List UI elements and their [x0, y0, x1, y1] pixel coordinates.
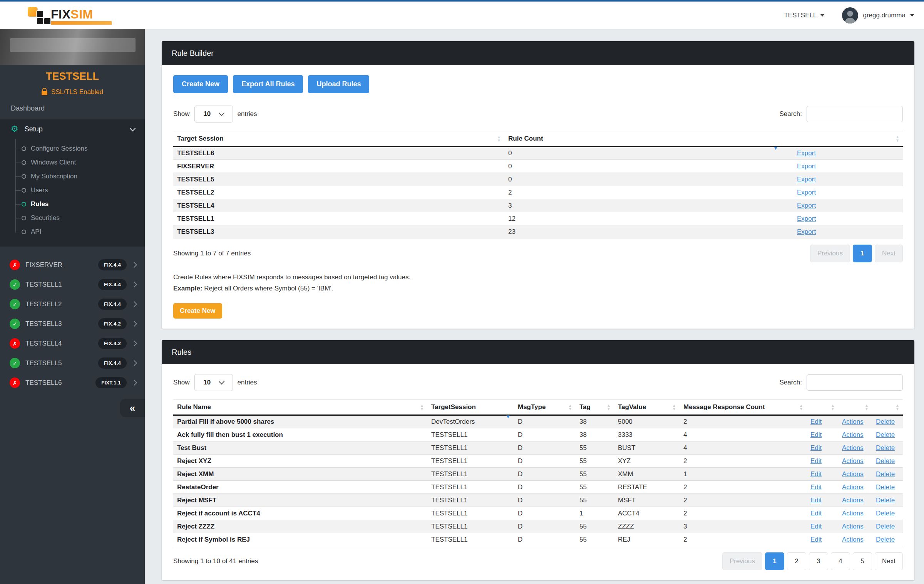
column-header-msgtype[interactable]: MsgType▲▼ — [514, 400, 576, 415]
sidebar-item-my-subscription[interactable]: My Subscription — [0, 169, 145, 183]
column-header-blank[interactable]: ▲▼ — [838, 400, 872, 415]
page-button-4[interactable]: 4 — [831, 552, 850, 570]
cell-action: Actions — [838, 455, 872, 468]
user-dropdown[interactable]: gregg.drumma — [842, 7, 914, 23]
page-button-3[interactable]: 3 — [809, 552, 828, 570]
page-button-5[interactable]: 5 — [853, 552, 872, 570]
chevron-right-icon[interactable] — [131, 321, 137, 327]
session-item-testsell2[interactable]: ✓TESTSELL2FIX.4.4 — [0, 294, 145, 314]
column-header-rule-name[interactable]: Rule Name▲▼ — [173, 400, 427, 415]
edit-link[interactable]: Edit — [810, 523, 822, 530]
actions-link[interactable]: Actions — [842, 457, 864, 465]
sidebar-item-api[interactable]: API — [0, 225, 145, 239]
page-size-select[interactable]: 10 — [194, 374, 233, 391]
page-size-select[interactable]: 10 — [194, 106, 233, 123]
chevron-right-icon[interactable] — [131, 360, 137, 366]
edit-link[interactable]: Edit — [810, 510, 822, 517]
actions-link[interactable]: Actions — [842, 510, 864, 517]
column-header-blank[interactable]: ▲▼ — [872, 400, 903, 415]
delete-link[interactable]: Delete — [876, 418, 895, 425]
edit-link[interactable]: Edit — [810, 418, 822, 425]
actions-link[interactable]: Actions — [842, 470, 864, 478]
actions-link[interactable]: Actions — [842, 483, 864, 491]
export-link[interactable]: Export — [797, 163, 816, 170]
chevron-right-icon[interactable] — [131, 341, 137, 347]
export-link[interactable]: Export — [797, 215, 816, 222]
next-page-button[interactable]: Next — [875, 245, 903, 262]
rules-table: Rule Name▲▼TargetSession▼MsgType▲▼Tag▲▼T… — [173, 399, 903, 546]
session-item-testsell4[interactable]: ✗TESTSELL4FIX.4.2 — [0, 334, 145, 353]
actions-link[interactable]: Actions — [842, 497, 864, 504]
page-button-2[interactable]: 2 — [787, 552, 806, 570]
cell-msgtype: D — [514, 533, 576, 546]
delete-link[interactable]: Delete — [876, 536, 895, 543]
export-all-rules-button[interactable]: Export All Rules — [233, 75, 303, 93]
session-item-testsell3[interactable]: ✓TESTSELL3FIX.4.2 — [0, 314, 145, 334]
actions-link[interactable]: Actions — [842, 536, 864, 543]
rules-title: Rules — [172, 348, 191, 357]
actions-link[interactable]: Actions — [842, 431, 864, 438]
chevron-right-icon[interactable] — [131, 301, 137, 307]
upload-rules-button[interactable]: Upload Rules — [308, 75, 369, 93]
page-button-1[interactable]: 1 — [765, 552, 784, 570]
delete-link[interactable]: Delete — [876, 523, 895, 530]
page-button-1[interactable]: 1 — [853, 245, 872, 262]
sidebar-item-windows-client[interactable]: Windows Client — [0, 156, 145, 169]
column-header-target-session[interactable]: Target Session▲▼ — [173, 131, 504, 147]
chevron-right-icon[interactable] — [131, 262, 137, 268]
sidebar-item-configure-sessions[interactable]: Configure Sessions — [0, 142, 145, 156]
edit-link[interactable]: Edit — [810, 431, 822, 438]
edit-link[interactable]: Edit — [810, 483, 822, 491]
session-item-testsell1[interactable]: ✓TESTSELL1FIX.4.4 — [0, 275, 145, 294]
previous-page-button[interactable]: Previous — [722, 552, 762, 570]
session-item-testsell5[interactable]: ✓TESTSELL5FIX.4.4 — [0, 353, 145, 373]
column-header-tagvalue[interactable]: TagValue▲▼ — [614, 400, 680, 415]
column-header-blank[interactable]: ▲▼ — [807, 400, 838, 415]
search-input[interactable] — [807, 106, 903, 122]
edit-link[interactable]: Edit — [810, 536, 822, 543]
edit-link[interactable]: Edit — [810, 444, 822, 451]
search-input[interactable] — [807, 374, 903, 391]
delete-link[interactable]: Delete — [876, 444, 895, 451]
sidebar-item-dashboard[interactable]: Dashboard — [0, 96, 145, 119]
export-link[interactable]: Export — [797, 189, 816, 196]
session-item-fixserver[interactable]: ✗FIXSERVERFIX.4.4 — [0, 255, 145, 275]
export-link[interactable]: Export — [797, 176, 816, 183]
column-header-targetsession[interactable]: TargetSession▼ — [427, 400, 514, 415]
edit-link[interactable]: Edit — [810, 470, 822, 478]
column-header-message-response-count[interactable]: Message Response Count▲▼ — [680, 400, 807, 415]
export-link[interactable]: Export — [797, 149, 816, 157]
sidebar-item-setup[interactable]: ⚙ Setup — [0, 119, 145, 139]
chevron-right-icon[interactable] — [131, 282, 137, 288]
delete-link[interactable]: Delete — [876, 483, 895, 491]
chevron-right-icon[interactable] — [131, 380, 137, 386]
export-link[interactable]: Export — [797, 228, 816, 235]
export-link[interactable]: Export — [797, 202, 816, 209]
session-item-testsell6[interactable]: ✗TESTSELL6FIXT.1.1 — [0, 373, 145, 393]
edit-link[interactable]: Edit — [810, 497, 822, 504]
delete-link[interactable]: Delete — [876, 457, 895, 465]
sidebar-item-users[interactable]: Users — [0, 183, 145, 197]
previous-page-button[interactable]: Previous — [810, 245, 850, 262]
actions-link[interactable]: Actions — [842, 418, 864, 425]
delete-link[interactable]: Delete — [876, 497, 895, 504]
cell-target-session: TESTSELL1 — [427, 455, 514, 468]
create-new-bottom-button[interactable]: Create New — [173, 303, 222, 319]
fixsim-logo[interactable]: FIXSIM — [27, 6, 112, 25]
create-new-button[interactable]: Create New — [173, 75, 228, 93]
session-dropdown[interactable]: TESTSELL — [784, 12, 824, 19]
delete-link[interactable]: Delete — [876, 510, 895, 517]
column-header-rule-count[interactable]: Rule Count▼ — [504, 131, 782, 147]
sidebar-item-rules[interactable]: Rules — [0, 197, 145, 211]
actions-link[interactable]: Actions — [842, 444, 864, 451]
column-header-tag[interactable]: Tag▲▼ — [576, 400, 614, 415]
column-header-blank[interactable]: ▲▼ — [782, 131, 903, 147]
edit-link[interactable]: Edit — [810, 457, 822, 465]
sidebar-item-securities[interactable]: Securities — [0, 211, 145, 225]
delete-link[interactable]: Delete — [876, 470, 895, 478]
next-page-button[interactable]: Next — [875, 552, 903, 570]
actions-link[interactable]: Actions — [842, 523, 864, 530]
delete-link[interactable]: Delete — [876, 431, 895, 438]
sidebar-collapse-button[interactable]: « — [120, 399, 145, 417]
sort-icon: ▲▼ — [865, 404, 869, 411]
